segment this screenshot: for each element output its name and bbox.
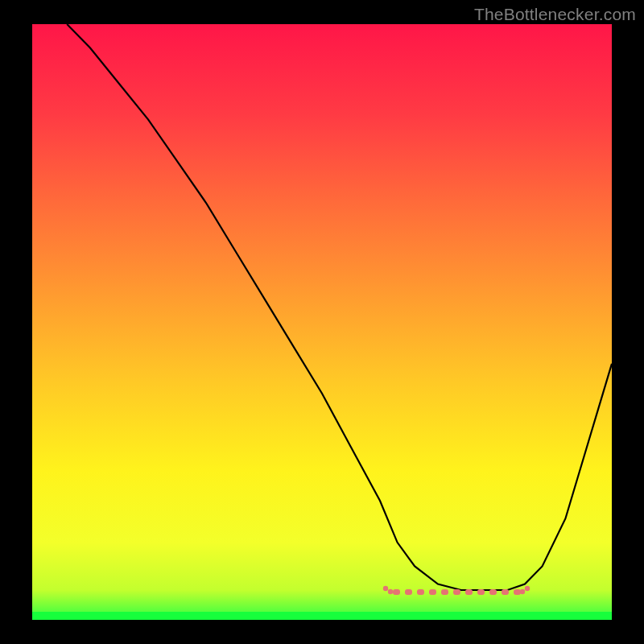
- watermark-text: TheBottlenecker.com: [474, 5, 636, 24]
- gradient-background: [32, 24, 612, 620]
- svg-rect-8: [489, 589, 497, 595]
- svg-rect-10: [514, 589, 521, 595]
- svg-rect-5: [453, 589, 460, 595]
- svg-point-13: [520, 589, 525, 594]
- svg-point-11: [388, 589, 393, 594]
- svg-rect-2: [417, 589, 424, 595]
- svg-rect-1: [405, 589, 412, 595]
- svg-rect-9: [502, 589, 509, 595]
- svg-rect-7: [477, 589, 485, 595]
- green-baseline-strip: [32, 612, 612, 620]
- svg-rect-0: [393, 589, 400, 595]
- svg-point-12: [383, 586, 388, 591]
- svg-rect-3: [429, 589, 436, 595]
- svg-rect-4: [441, 589, 448, 595]
- svg-point-14: [525, 586, 530, 591]
- chart-svg: [32, 24, 612, 620]
- svg-rect-6: [465, 589, 473, 595]
- chart-plot-area: [32, 24, 612, 620]
